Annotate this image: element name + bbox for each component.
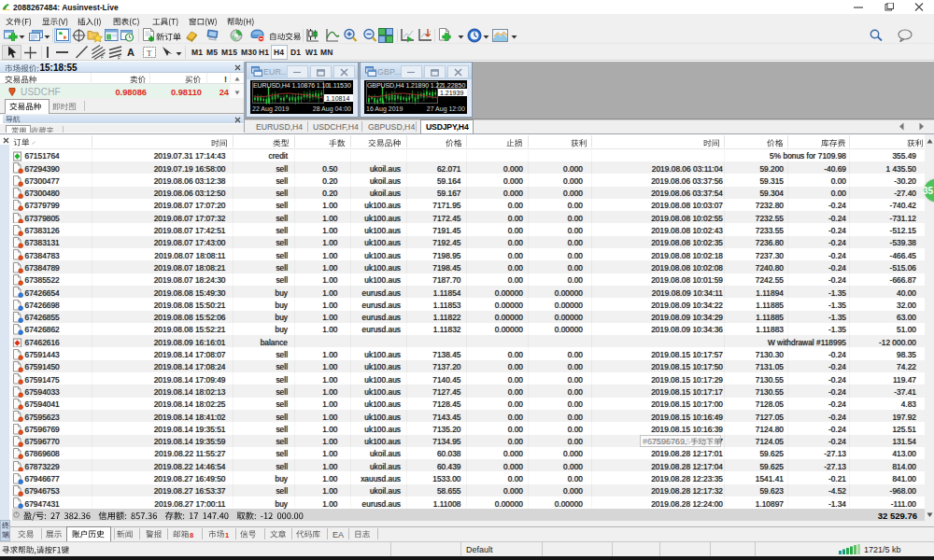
- svg-text:F: F: [101, 54, 104, 60]
- svg-text:F: F: [118, 55, 120, 60]
- svg-text:T: T: [147, 49, 152, 58]
- svg-text:35: 35: [923, 186, 934, 196]
